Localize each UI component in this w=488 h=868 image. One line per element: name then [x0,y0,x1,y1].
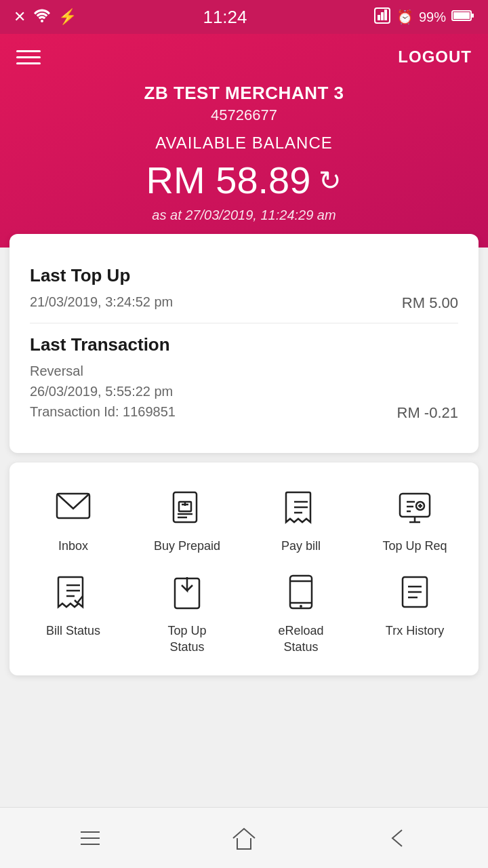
last-transaction-left: Last Transaction Reversal 26/03/2019, 5:… [30,334,176,422]
status-bar-right: ⏰ 99% [373,7,474,28]
logout-button[interactable]: LOGOUT [398,47,472,66]
inbox-label: Inbox [58,538,88,554]
bottom-nav-menu[interactable] [63,818,117,859]
pay-bill-icon [277,483,325,532]
svg-rect-7 [472,14,474,18]
svg-rect-3 [381,12,384,20]
header-info: ZB TEST MERCHANT 3 45726677 AVAILABLE BA… [16,83,472,223]
last-top-up-section: Last Top Up 21/03/2019, 3:24:52 pm RM 5.… [30,254,458,323]
last-top-up-row: Last Top Up 21/03/2019, 3:24:52 pm RM 5.… [30,265,458,312]
pay-bill-label: Pay bill [281,538,321,554]
last-top-up-title: Last Top Up [30,265,173,286]
top-up-status-label: Top UpStatus [167,623,206,655]
svg-rect-6 [453,12,470,19]
wifi-icon [33,7,52,26]
cards-area: Last Top Up 21/03/2019, 3:24:52 pm RM 5.… [0,234,488,807]
svg-rect-2 [378,15,380,20]
svg-rect-4 [384,9,387,20]
alarm-icon: ⏰ [396,9,413,25]
last-transaction-type: Reversal [30,361,176,381]
balance-amount: RM 58.89 ↻ [16,158,472,202]
top-up-req-label: Top Up Req [382,538,447,554]
bill-status-icon [49,568,98,616]
bottom-nav-back[interactable] [371,818,425,859]
bottom-nav-home[interactable] [217,818,271,859]
last-top-up-amount: RM 5.00 [402,294,458,312]
status-bar-time: 11:24 [203,7,247,28]
menu-card: Inbox Buy Prepaid [9,462,479,675]
balance-value: RM 58.89 [146,158,311,202]
inbox-icon [49,483,98,532]
menu-item-trx-history[interactable]: Trx History [358,568,472,655]
battery-icon [451,9,474,25]
merchant-id: 45726677 [16,106,472,124]
balance-date: as at 27/03/2019, 11:24:29 am [16,208,472,223]
svg-rect-18 [400,494,430,517]
close-icon: ✕ [14,8,26,26]
top-up-req-icon [390,483,439,532]
last-top-up-left: Last Top Up 21/03/2019, 3:24:52 pm [30,265,173,312]
menu-item-buy-prepaid[interactable]: Buy Prepaid [130,483,244,554]
top-up-status-icon [163,568,211,616]
last-transaction-amount: RM -0.21 [397,404,458,422]
last-transaction-section: Last Transaction Reversal 26/03/2019, 5:… [30,323,458,433]
status-bar: ✕ ⚡ 11:24 ⏰ 99% [0,0,488,34]
menu-grid: Inbox Buy Prepaid [16,483,472,655]
last-top-up-datetime: 21/03/2019, 3:24:52 pm [30,292,173,312]
ereload-status-icon [277,568,325,616]
buy-prepaid-label: Buy Prepaid [154,538,220,554]
trx-history-icon [390,568,439,616]
last-transaction-datetime: 26/03/2019, 5:55:22 pm [30,381,176,401]
menu-item-bill-status[interactable]: Bill Status [16,568,130,655]
available-balance-label: AVAILABLE BALANCE [16,134,472,153]
last-transaction-title: Last Transaction [30,334,176,355]
header-nav: LOGOUT [16,34,472,83]
menu-item-top-up-req[interactable]: Top Up Req [358,483,472,554]
merchant-name: ZB TEST MERCHANT 3 [16,83,472,104]
bill-status-label: Bill Status [46,623,100,639]
menu-item-pay-bill[interactable]: Pay bill [244,483,358,554]
hamburger-menu-icon[interactable] [16,50,41,64]
battery-level: 99% [419,9,446,25]
last-transaction-row: Last Transaction Reversal 26/03/2019, 5:… [30,334,458,422]
bottom-nav [0,807,488,868]
ereload-status-label: eReloadStatus [278,623,323,655]
header: LOGOUT ZB TEST MERCHANT 3 45726677 AVAIL… [0,34,488,248]
menu-item-ereload-status[interactable]: eReloadStatus [244,568,358,655]
last-transaction-id: Transaction Id: 1169851 [30,401,176,422]
svg-point-0 [41,20,43,22]
menu-item-top-up-status[interactable]: Top UpStatus [130,568,244,655]
trx-history-label: Trx History [386,623,444,639]
buy-prepaid-icon [163,483,211,532]
svg-point-34 [300,605,302,608]
info-card: Last Top Up 21/03/2019, 3:24:52 pm RM 5.… [9,234,479,453]
menu-item-inbox[interactable]: Inbox [16,483,130,554]
status-bar-left: ✕ ⚡ [14,7,77,26]
usb-icon: ⚡ [58,8,77,26]
sim-icon [373,7,391,28]
refresh-icon[interactable]: ↻ [319,165,342,196]
